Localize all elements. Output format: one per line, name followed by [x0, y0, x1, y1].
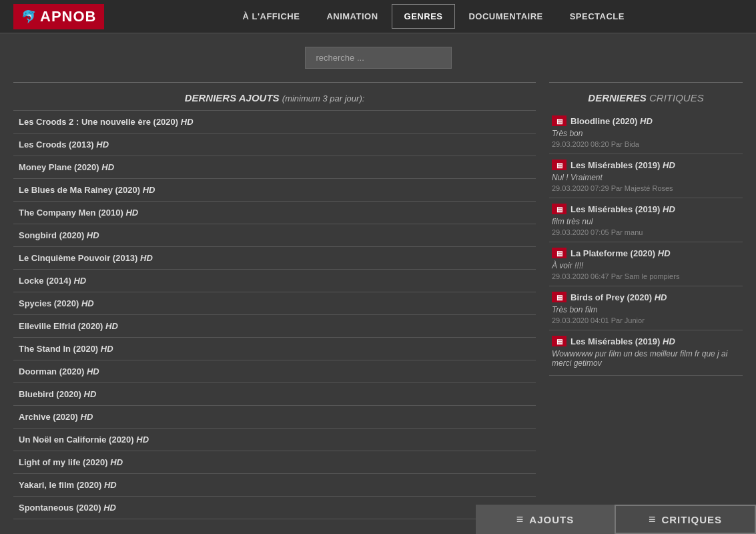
nav-item-spectacle[interactable]: SPECTACLE: [556, 2, 638, 31]
critique-item: ▤ La Plateforme (2020) HD À voir !!!! 29…: [549, 242, 743, 286]
logo-text: APNOB: [40, 8, 96, 25]
critique-comment: Nul ! Vraiment: [552, 173, 740, 182]
logo[interactable]: 🐬 APNOB: [13, 4, 104, 29]
critiques-label: CRITIQUES: [661, 514, 722, 520]
critique-meta: 29.03.2020 04:01 Par Junior: [552, 316, 740, 324]
critique-item: ▤ Bloodline (2020) HD Très bon 29.03.202…: [549, 110, 743, 154]
list-item[interactable]: Bluebird (2020) HD: [13, 383, 536, 406]
list-icon: ≡: [516, 513, 524, 520]
movie-list: Les Croods 2 : Une nouvelle ère (2020) H…: [13, 110, 536, 519]
list-item[interactable]: Light of my life (2020) HD: [13, 451, 536, 474]
film-icon: ▤: [552, 248, 566, 258]
list-item[interactable]: Yakari, le film (2020) HD: [13, 474, 536, 497]
critique-comment: film très nul: [552, 217, 740, 226]
film-icon: ▤: [552, 204, 566, 214]
critique-comment: À voir !!!!: [552, 261, 740, 270]
bottom-bar-spacer: [0, 505, 476, 519]
ajouts-button[interactable]: ≡ AJOUTS: [476, 505, 615, 519]
bottom-bar: ≡ AJOUTS ≡ CRITIQUES: [0, 505, 756, 519]
list-item[interactable]: Money Plane (2020) HD: [13, 156, 536, 179]
film-icon: ▤: [552, 115, 566, 126]
critique-comment: Très bon film: [552, 305, 740, 314]
critique-meta: 29.03.2020 07:29 Par Majesté Roses: [552, 184, 740, 192]
film-icon: ▤: [552, 292, 566, 302]
critiques-button[interactable]: ≡ CRITIQUES: [615, 505, 756, 519]
critique-item: ▤ Les Misérables (2019) HD film très nul…: [549, 198, 743, 242]
list-item[interactable]: The Stand In (2020) HD: [13, 338, 536, 360]
header: 🐬 APNOB À L'AFFICHE ANIMATION GENRES DOC…: [0, 0, 756, 33]
list-item[interactable]: Le Blues de Ma Rainey (2020) HD: [13, 179, 536, 202]
critique-movie-link[interactable]: ▤ Birds of Prey (2020) HD: [552, 292, 740, 302]
critique-comment: Très bon: [552, 129, 740, 138]
list-icon-2: ≡: [649, 513, 657, 520]
list-item[interactable]: Les Croods 2 : Une nouvelle ère (2020) H…: [13, 111, 536, 134]
nav-item-animation[interactable]: ANIMATION: [313, 2, 391, 31]
critique-movie-link[interactable]: ▤ Bloodline (2020) HD: [552, 115, 740, 126]
main-content: DERNIERS AJOUTS (minimum 3 par jour): Le…: [13, 82, 743, 519]
critique-movie-link[interactable]: ▤ Les Misérables (2019) HD: [552, 336, 740, 346]
search-input[interactable]: [305, 47, 452, 69]
critique-movie-link[interactable]: ▤ La Plateforme (2020) HD: [552, 248, 740, 258]
main-nav: À L'AFFICHE ANIMATION GENRES DOCUMENTAIR…: [124, 2, 743, 31]
list-item[interactable]: Locke (2014) HD: [13, 270, 536, 292]
critique-movie-link[interactable]: ▤ Les Misérables (2019) HD: [552, 160, 740, 170]
dolphin-icon: 🐬: [21, 9, 36, 24]
critique-item: ▤ Les Misérables (2019) HD Wowwwww pur f…: [549, 330, 743, 376]
list-item[interactable]: The Company Men (2010) HD: [13, 202, 536, 224]
critique-item: ▤ Les Misérables (2019) HD Nul ! Vraimen…: [549, 154, 743, 198]
critique-meta: 29.03.2020 06:47 Par Sam le pompiers: [552, 272, 740, 280]
list-item[interactable]: Un Noël en Californie (2020) HD: [13, 429, 536, 451]
critique-item: ▤ Birds of Prey (2020) HD Très bon film …: [549, 286, 743, 330]
right-column: DERNIERES CRITIQUES ▤ Bloodline (2020) H…: [549, 82, 743, 519]
list-item[interactable]: Elleville Elfrid (2020) HD: [13, 315, 536, 338]
film-icon: ▤: [552, 160, 566, 170]
list-item[interactable]: Spycies (2020) HD: [13, 292, 536, 315]
nav-item-genres[interactable]: GENRES: [392, 4, 456, 29]
list-item[interactable]: Les Croods (2013) HD: [13, 134, 536, 156]
left-column: DERNIERS AJOUTS (minimum 3 par jour): Le…: [13, 82, 536, 519]
list-item[interactable]: Archive (2020) HD: [13, 406, 536, 429]
derniers-ajouts-title: DERNIERS AJOUTS (minimum 3 par jour):: [13, 83, 536, 110]
critique-meta: 29.03.2020 08:20 Par Bida: [552, 140, 740, 148]
dernieres-critiques-title: DERNIERES CRITIQUES: [549, 83, 743, 110]
list-item[interactable]: Songbird (2020) HD: [13, 224, 536, 247]
film-icon: ▤: [552, 336, 566, 346]
ajouts-label: AJOUTS: [529, 514, 574, 520]
critique-meta: 29.03.2020 07:05 Par manu: [552, 228, 740, 236]
nav-item-affiche[interactable]: À L'AFFICHE: [230, 2, 314, 31]
critique-comment: Wowwwww pur film un des meilleur film fr…: [552, 349, 740, 368]
list-item[interactable]: Doorman (2020) HD: [13, 360, 536, 383]
list-item[interactable]: Le Cinquième Pouvoir (2013) HD: [13, 247, 536, 270]
critique-movie-link[interactable]: ▤ Les Misérables (2019) HD: [552, 204, 740, 214]
search-area: [0, 33, 756, 82]
bottom-bar-buttons: ≡ AJOUTS ≡ CRITIQUES: [476, 505, 756, 519]
nav-item-documentaire[interactable]: DOCUMENTAIRE: [455, 2, 556, 31]
